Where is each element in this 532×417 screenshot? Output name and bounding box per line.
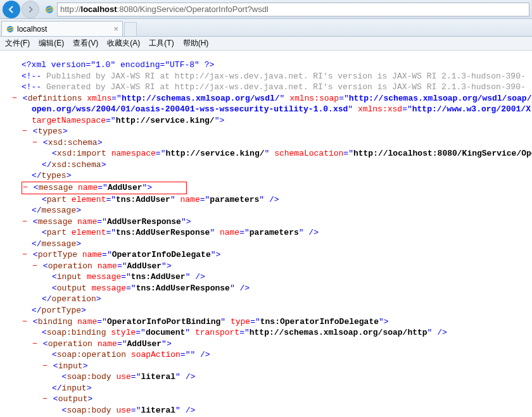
forward-button[interactable] bbox=[22, 1, 39, 18]
xml-comment: Generated by JAX-WS RI at http://jax-ws.… bbox=[41, 82, 526, 92]
ie-icon bbox=[6, 25, 15, 34]
menu-edit[interactable]: 编辑(E) bbox=[39, 38, 64, 49]
highlighted-message: − <message name="AddUser"> bbox=[22, 182, 187, 194]
collapse-toggle[interactable]: − bbox=[11, 93, 18, 104]
xml-comment: Published by JAX-WS RI at http://jax-ws.… bbox=[41, 72, 526, 81]
menu-file[interactable]: 文件(F) bbox=[5, 38, 30, 49]
browser-toolbar: http://localhost:8080/KingService/Operat… bbox=[0, 0, 532, 19]
collapse-toggle[interactable]: − bbox=[22, 126, 28, 137]
collapse-toggle[interactable]: − bbox=[32, 137, 38, 149]
back-button[interactable] bbox=[3, 1, 20, 18]
collapse-toggle[interactable]: − bbox=[42, 361, 48, 372]
collapse-toggle[interactable]: − bbox=[22, 316, 28, 328]
menu-view[interactable]: 查看(V) bbox=[73, 38, 98, 49]
collapse-toggle[interactable]: − bbox=[22, 249, 28, 261]
menu-bar: 文件(F) 编辑(E) 查看(V) 收藏夹(A) 工具(T) 帮助(H) bbox=[0, 37, 532, 51]
url-text: http://localhost:8080/KingService/Operat… bbox=[60, 4, 269, 14]
xml-declaration: <?xml version="1.0" encoding="UTF-8" ?> bbox=[22, 60, 214, 70]
collapse-toggle[interactable]: − bbox=[22, 182, 28, 194]
collapse-toggle[interactable]: − bbox=[32, 339, 38, 350]
ie-icon bbox=[44, 4, 54, 15]
collapse-toggle[interactable]: − bbox=[42, 394, 48, 405]
tab-title: localhost bbox=[17, 25, 47, 34]
collapse-toggle[interactable]: − bbox=[32, 261, 38, 272]
new-tab-button[interactable] bbox=[124, 22, 137, 36]
address-bar[interactable]: http://localhost:8080/KingService/Operat… bbox=[57, 3, 529, 16]
collapse-toggle[interactable]: − bbox=[22, 216, 28, 228]
menu-help[interactable]: 帮助(H) bbox=[183, 38, 209, 49]
xml-content: <?xml version="1.0" encoding="UTF-8" ?> … bbox=[0, 51, 532, 417]
tab-bar: localhost × bbox=[0, 19, 532, 37]
menu-tools[interactable]: 工具(T) bbox=[149, 38, 174, 49]
menu-favorites[interactable]: 收藏夹(A) bbox=[107, 38, 140, 49]
close-icon[interactable]: × bbox=[113, 24, 118, 34]
tab-localhost[interactable]: localhost × bbox=[1, 21, 123, 36]
